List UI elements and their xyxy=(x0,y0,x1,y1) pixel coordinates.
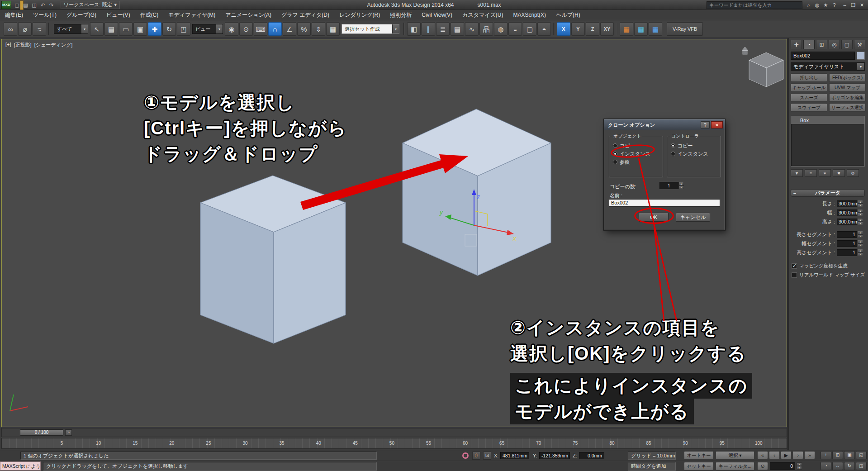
tab-create[interactable]: ✚ xyxy=(791,40,802,49)
edit-named-selection-sets-button[interactable]: ▦ xyxy=(326,22,340,36)
use-pivot-point-button[interactable]: ◉ xyxy=(225,22,238,36)
object-name-field[interactable]: Box002 xyxy=(791,52,855,60)
checkbox-row[interactable]: マッピング座標を生成 xyxy=(792,262,865,271)
spinner-snap-toggle[interactable]: ⇕ xyxy=(312,22,325,36)
close-icon[interactable]: ✕ xyxy=(711,121,723,128)
redo-button[interactable]: ↷ xyxy=(47,1,56,9)
menu-item[interactable]: グループ(G) xyxy=(62,10,101,20)
modifier-stack[interactable]: Box xyxy=(791,116,865,167)
spinner-arrows[interactable]: ▴▾ xyxy=(858,240,863,247)
undo-button[interactable]: ↶ xyxy=(38,1,47,9)
menu-item[interactable]: MAXScript(X) xyxy=(508,10,551,20)
axis-constraint-xy-button[interactable]: XY xyxy=(600,22,614,36)
tab-utilities[interactable]: ⚒ xyxy=(854,40,865,49)
modifier-preset-button[interactable]: 押し出し xyxy=(791,73,827,82)
open-file-button[interactable]: ▤ xyxy=(21,1,30,9)
y-coordinate-field[interactable]: -121.359mm xyxy=(539,452,570,459)
set-key-button[interactable]: セットキー xyxy=(684,462,714,471)
spinner-arrows[interactable]: ▴▾ xyxy=(858,231,863,238)
modifier-preset-button[interactable]: UVW マップ xyxy=(829,83,866,92)
mirror-button[interactable]: ◧ xyxy=(407,22,421,36)
menu-item[interactable]: Civil View(V) xyxy=(417,10,457,20)
search-icon[interactable]: ⌕ xyxy=(804,1,813,9)
selection-lock-toggle[interactable]: ⬯ xyxy=(472,452,480,460)
named-selection-sets-combobox[interactable]: 選択セット作成▾ xyxy=(342,24,399,34)
go-to-end-button[interactable]: » xyxy=(804,451,815,459)
controller-radio-option[interactable]: インスタンス xyxy=(667,150,721,158)
modifier-preset-button[interactable]: スウィープ xyxy=(791,103,827,112)
spinner-arrows[interactable]: ▴▾ xyxy=(858,200,863,207)
clone-name-input[interactable]: Box002 xyxy=(609,199,720,207)
select-object-button[interactable]: ↖ xyxy=(90,22,104,36)
curve-editor-button[interactable]: ∿ xyxy=(465,22,479,36)
viewport-general-menu[interactable]: [+] xyxy=(5,42,11,48)
tab-motion[interactable]: ◎ xyxy=(829,40,840,49)
tab-modify[interactable]: ◔ xyxy=(803,40,815,49)
track-bar[interactable]: 5101520253035404550556065707580859095100 xyxy=(1,438,787,449)
modifier-list-dropdown[interactable]: モディファイヤリスト ▾ xyxy=(791,62,865,71)
workspace-dropdown[interactable]: ワークスペース: 既定 ▾ xyxy=(61,1,120,9)
viewport[interactable]: [+] [正投影] [シェーディング] xyxy=(1,39,787,427)
close-button[interactable]: ✕ xyxy=(858,1,866,9)
object-color-swatch[interactable] xyxy=(857,52,865,60)
axis-constraint-z-button[interactable]: Z xyxy=(586,22,599,36)
help-icon[interactable]: ? xyxy=(830,1,839,9)
time-slider-handle[interactable]: 0 / 100 xyxy=(20,429,63,436)
tab-hierarchy[interactable]: ⊞ xyxy=(816,40,827,49)
auto-key-button[interactable]: オートキー xyxy=(684,451,714,460)
z-coordinate-field[interactable]: 0.0mm xyxy=(579,452,604,459)
parameter-spinner-field[interactable]: 1 xyxy=(837,240,857,247)
restore-button[interactable]: ❐ xyxy=(849,1,858,9)
layer-manager-button[interactable]: ≣ xyxy=(436,22,450,36)
make-unique-button[interactable]: ✶ xyxy=(819,169,831,177)
select-by-name-button[interactable]: ▤ xyxy=(104,22,118,36)
parameter-spinner-field[interactable]: 1 xyxy=(837,249,857,256)
select-and-scale-button[interactable]: ◰ xyxy=(177,22,190,36)
add-time-tag-button[interactable]: 時間タグを追加 xyxy=(628,462,676,471)
bind-to-space-warp-button[interactable]: ≈ xyxy=(33,22,46,36)
parameter-spinner-field[interactable]: 300.0mm xyxy=(837,209,857,216)
next-frame-button[interactable]: › xyxy=(792,451,803,459)
frame-spinner-arrows[interactable]: ▴▾ xyxy=(797,462,802,470)
viewport-shading-menu[interactable]: [シェーディング] xyxy=(34,42,73,48)
spinner-arrows[interactable]: ▴▾ xyxy=(858,209,863,216)
select-and-link-button[interactable]: ∞ xyxy=(4,22,17,36)
menu-item[interactable]: 作成(C) xyxy=(135,10,164,20)
next-frame-nudge-button[interactable]: > xyxy=(65,429,72,436)
cancel-button[interactable]: キャンセル xyxy=(676,213,710,222)
favorites-star-icon[interactable]: ★ xyxy=(821,1,830,9)
save-file-button[interactable]: ◫ xyxy=(30,1,38,9)
time-slider[interactable]: 0 / 100 > xyxy=(1,428,787,437)
vray-toolbar-icon-1[interactable]: ▦ xyxy=(620,22,633,36)
reference-coordinate-dropdown[interactable]: ビュー▾ xyxy=(192,24,223,34)
object-radio-option[interactable]: インスタンス xyxy=(609,150,663,158)
viewport-view-menu[interactable]: [正投影] xyxy=(14,42,32,48)
go-to-start-button[interactable]: « xyxy=(757,451,768,459)
angle-snap-toggle[interactable]: ∠ xyxy=(283,22,296,36)
snaps-toggle-3d[interactable]: ∩ xyxy=(268,22,282,36)
infocenter-search-input[interactable] xyxy=(707,1,802,9)
menu-item[interactable]: モディファイヤ(M) xyxy=(163,10,220,20)
play-animation-button[interactable]: ▶ xyxy=(781,451,792,459)
object-radio-option[interactable]: 参照 xyxy=(609,158,663,166)
application-menu-button[interactable]: MXD xyxy=(1,1,11,9)
zoom-all-button[interactable]: ⊞ xyxy=(832,451,843,459)
menu-item[interactable]: レンダリング(R) xyxy=(334,10,385,20)
select-and-rotate-button[interactable]: ↻ xyxy=(162,22,176,36)
modifier-stack-item[interactable]: Box xyxy=(791,116,864,124)
menu-item[interactable]: ヘルプ(H) xyxy=(551,10,585,20)
menu-item[interactable]: 照明分析 xyxy=(385,10,417,20)
render-setup-button[interactable]: ◒ xyxy=(508,22,522,36)
pin-stack-button[interactable]: ▼ xyxy=(791,169,803,177)
axis-constraint-x-button[interactable]: X xyxy=(557,22,570,36)
object-radio-option[interactable]: コピー xyxy=(609,142,663,150)
dialog-help-button[interactable]: ? xyxy=(701,121,710,128)
zoom-extents-button[interactable]: ▣ xyxy=(844,451,855,459)
checkbox-row[interactable]: リアルワールド マップ サイズ xyxy=(792,271,865,280)
dialog-title-bar[interactable]: クローン オプション ? ✕ xyxy=(604,119,725,130)
graphite-ribbon-toggle[interactable]: ▤ xyxy=(451,22,464,36)
parameter-spinner-field[interactable]: 1 xyxy=(837,231,857,238)
key-mode-toggle[interactable]: ⊙ xyxy=(757,462,768,470)
percent-snap-toggle[interactable]: % xyxy=(297,22,311,36)
modifier-preset-button[interactable]: サーフェス選択 xyxy=(829,103,866,112)
